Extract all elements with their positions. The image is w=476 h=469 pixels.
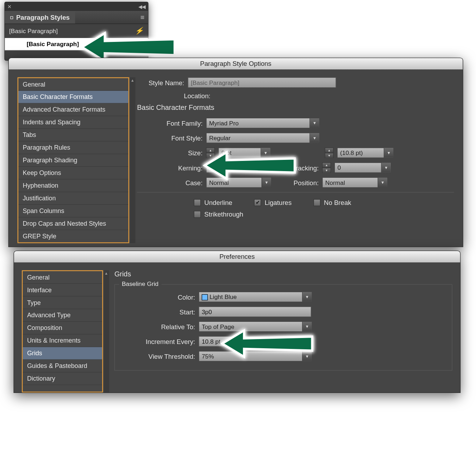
increment-label: Increment Every: xyxy=(122,338,195,345)
chevron-down-icon: ▼ xyxy=(302,292,312,302)
category-item[interactable]: Dictionary xyxy=(23,373,102,385)
category-item[interactable]: Grids xyxy=(23,347,102,360)
kerning-dropdown[interactable]: Metrics ▼ xyxy=(206,162,271,173)
chevron-down-icon: ▼ xyxy=(261,148,270,157)
prefs-section-heading: Grids xyxy=(114,270,452,278)
threshold-label: View Threshold: xyxy=(122,352,195,360)
category-list[interactable]: GeneralBasic Character FormatsAdvanced C… xyxy=(18,77,129,243)
location-label: Location: xyxy=(137,92,210,100)
style-root-label: [Basic Paragraph] xyxy=(9,27,58,35)
font-family-value: Myriad Pro xyxy=(207,120,310,127)
leading-value: (10.8 pt) xyxy=(338,149,384,156)
tracking-label: Tracking: xyxy=(275,164,319,171)
color-label: Color: xyxy=(122,293,195,301)
fieldset-legend: Baseline Grid xyxy=(119,280,161,287)
paragraph-styles-panel: ✕ ◀◀ ◇ Paragraph Styles ≡ [Basic Paragra… xyxy=(4,2,148,61)
panel-tab-label: Paragraph Styles xyxy=(16,13,70,21)
size-value: 9 pt xyxy=(219,149,261,156)
quick-apply-icon[interactable]: ⚡ xyxy=(135,27,144,35)
chevron-down-icon: ▼ xyxy=(309,133,319,143)
checkbox-icon: ✔ xyxy=(254,199,261,206)
threshold-value: 75% xyxy=(199,353,302,360)
style-row-root[interactable]: [Basic Paragraph] ⚡ xyxy=(5,24,148,38)
strikethrough-checkbox[interactable]: Strikethrough xyxy=(194,211,243,218)
font-family-dropdown[interactable]: Myriad Pro ▼ xyxy=(206,118,319,129)
category-item[interactable]: Tabs xyxy=(18,129,128,142)
case-dropdown[interactable]: Normal ▼ xyxy=(206,177,271,188)
checkbox-icon xyxy=(313,199,320,206)
prefs-category-list[interactable]: GeneralInterfaceTypeAdvanced TypeComposi… xyxy=(22,270,103,393)
collapse-icon[interactable]: ◀◀ xyxy=(138,4,145,10)
color-value: Light Blue xyxy=(199,293,302,300)
relative-dropdown[interactable]: Top of Page ▼ xyxy=(199,321,312,332)
nobreak-checkbox[interactable]: No Break xyxy=(313,199,351,206)
increment-field[interactable] xyxy=(199,336,311,347)
tracking-stepper[interactable]: ▲▼ xyxy=(322,162,331,173)
panel-menu-icon[interactable]: ≡ xyxy=(137,13,148,21)
category-item[interactable]: Paragraph Shading xyxy=(18,154,128,167)
category-item[interactable]: Type xyxy=(23,296,102,309)
underline-checkbox[interactable]: Underline xyxy=(194,199,232,206)
leading-dropdown[interactable]: (10.8 pt) ▼ xyxy=(337,148,394,158)
category-item[interactable]: Interface xyxy=(23,284,102,296)
category-item[interactable]: Units & Increments xyxy=(23,334,102,347)
scrollbar[interactable] xyxy=(130,77,136,243)
category-item[interactable]: Drop Caps and Nested Styles xyxy=(18,218,128,230)
color-dropdown[interactable]: Light Blue ▼ xyxy=(199,292,312,302)
relative-label: Relative To: xyxy=(122,323,195,330)
category-item[interactable]: GREP Style xyxy=(18,230,128,243)
category-item[interactable]: Keep Options xyxy=(18,167,128,180)
category-item[interactable]: Paragraph Rules xyxy=(18,142,128,154)
style-name-field[interactable] xyxy=(188,77,336,88)
case-value: Normal xyxy=(207,179,262,186)
case-label: Case: xyxy=(137,179,202,186)
category-item[interactable]: Hyphenation xyxy=(18,180,128,192)
panel-topbar: ✕ ◀◀ xyxy=(5,2,148,11)
close-icon[interactable]: ✕ xyxy=(7,4,11,10)
font-style-dropdown[interactable]: Regular ▼ xyxy=(206,133,319,143)
start-field[interactable] xyxy=(199,306,311,317)
tracking-dropdown[interactable]: 0 ▼ xyxy=(334,162,391,173)
chevron-down-icon: ▼ xyxy=(309,118,319,128)
category-item[interactable]: Advanced Type xyxy=(23,309,102,322)
category-item[interactable]: Span Columns xyxy=(18,205,128,218)
prefs-dialog-title: Preferences xyxy=(14,251,460,262)
threshold-dropdown[interactable]: 75% ▼ xyxy=(199,351,312,362)
category-item[interactable]: Composition xyxy=(23,322,102,334)
leading-stepper[interactable]: ▲▼ xyxy=(325,148,334,158)
category-item[interactable]: General xyxy=(23,271,102,284)
kerning-label: Kerning: xyxy=(137,164,202,171)
size-stepper[interactable]: ▲▼ xyxy=(206,148,215,158)
font-family-label: Font Family: xyxy=(137,119,202,127)
chevron-down-icon: ▼ xyxy=(384,148,393,157)
scrollbar[interactable] xyxy=(104,270,109,393)
font-style-value: Regular xyxy=(207,135,310,142)
ligatures-checkbox[interactable]: ✔ Ligatures xyxy=(254,199,292,206)
style-selected-label: [Basic Paragraph] xyxy=(27,40,79,48)
start-label: Start: xyxy=(122,308,195,315)
chevron-down-icon: ▼ xyxy=(378,178,387,187)
tab-paragraph-styles[interactable]: ◇ Paragraph Styles xyxy=(5,11,75,24)
color-swatch-icon xyxy=(202,294,208,300)
chevron-down-icon: ▼ xyxy=(381,163,391,173)
paragraph-style-options-dialog: Paragraph Style Options GeneralBasic Cha… xyxy=(9,58,463,247)
kerning-value: Metrics xyxy=(207,164,262,171)
position-label: Position: xyxy=(275,179,319,186)
size-dropdown[interactable]: 9 pt ▼ xyxy=(218,148,271,158)
category-item[interactable]: Basic Character Formats xyxy=(18,91,128,104)
style-name-label: Style Name: xyxy=(137,79,184,86)
category-item[interactable]: General xyxy=(18,78,128,91)
style-row-selected[interactable]: [Basic Paragraph] xyxy=(5,38,148,51)
position-dropdown[interactable]: Normal ▼ xyxy=(322,177,388,188)
relative-value: Top of Page xyxy=(199,323,302,330)
category-item[interactable]: Guides & Pasteboard xyxy=(23,360,102,373)
tracking-value: 0 xyxy=(335,164,381,171)
position-value: Normal xyxy=(322,179,377,186)
category-item[interactable]: Indents and Spacing xyxy=(18,116,128,129)
category-item[interactable]: Advanced Character Formats xyxy=(18,104,128,116)
section-heading: Basic Character Formats xyxy=(137,104,454,112)
category-item[interactable]: Justification xyxy=(18,192,128,205)
checkbox-icon xyxy=(194,199,201,206)
preferences-dialog: Preferences GeneralInterfaceTypeAdvanced… xyxy=(14,251,460,393)
dialog-title: Paragraph Style Options xyxy=(9,58,463,69)
